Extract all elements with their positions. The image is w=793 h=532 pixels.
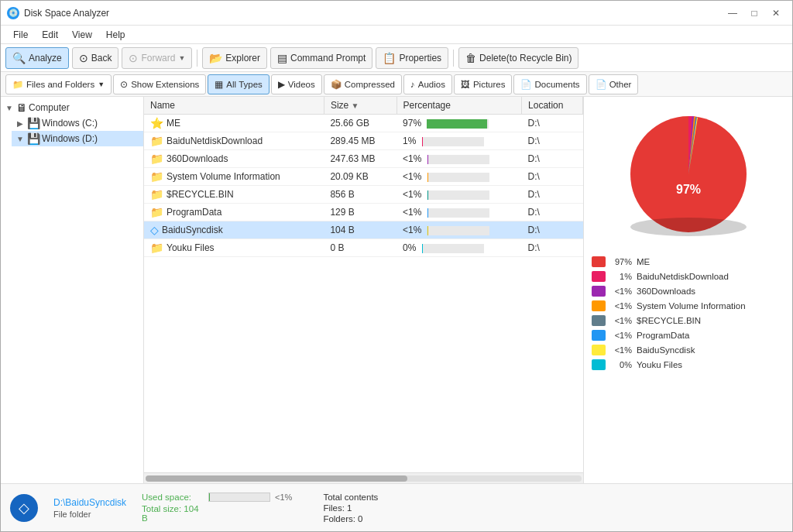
menu-view[interactable]: View: [66, 28, 98, 42]
pct-label: 97%: [403, 118, 421, 129]
tree-item-windows-c[interactable]: ▶ 💾 Windows (C:): [12, 115, 143, 131]
tab-videos[interactable]: ▶ Videos: [271, 74, 322, 94]
col-percentage[interactable]: Percentage: [396, 97, 522, 115]
app-window: 💿 Disk Space Analyzer — □ ✕ File Edit Vi…: [0, 0, 793, 532]
cell-location: D:\: [522, 186, 583, 204]
horizontal-scrollbar[interactable]: [144, 472, 583, 483]
legend-item: 97% ME: [592, 256, 784, 267]
delete-button[interactable]: 🗑 Delete(to Recycle Bin): [458, 47, 578, 69]
legend-pct: <1%: [610, 331, 632, 340]
tab-pictures[interactable]: 🖼 Pictures: [454, 74, 513, 94]
size-bar-container: [427, 119, 489, 129]
tree-item-computer[interactable]: ▼ 🖥 Computer: [1, 100, 143, 115]
file-icon: 📁: [150, 153, 163, 165]
size-bar-container: [427, 155, 489, 164]
status-usage: Used space: <1% Total size: 104 B: [142, 493, 292, 523]
back-button[interactable]: ⊙ Back: [72, 47, 119, 69]
cell-pct: <1%: [396, 204, 522, 221]
table-row[interactable]: 📁 System Volume Information 20.09 KB <1%…: [144, 168, 583, 186]
size-bar: [427, 155, 428, 164]
legend-pct: <1%: [610, 301, 632, 311]
cell-pct: <1%: [396, 150, 522, 168]
cell-size: 0 B: [324, 239, 396, 257]
cell-location: D:\: [522, 239, 583, 257]
table-row[interactable]: 📁 BaiduNetdiskDownload 289.45 MB 1% D:\: [144, 132, 583, 150]
pct-label: <1%: [403, 171, 421, 182]
forward-button[interactable]: ⊙ Forward ▼: [122, 47, 192, 69]
delete-icon: 🗑: [465, 52, 476, 64]
scroll-thumb: [146, 475, 407, 482]
status-bar: ◇ D:\BaiduSyncdisk File folder Used spac…: [1, 483, 792, 531]
legend-color-swatch: [592, 256, 606, 267]
legend: 97% ME 1% BaiduNetdiskDownload <1% 360Do…: [592, 256, 784, 374]
videos-label: Videos: [288, 80, 315, 89]
total-contents-label: Total contents: [323, 493, 378, 502]
legend-label: BaiduSyncdisk: [637, 345, 695, 355]
show-extensions-label: Show Extensions: [131, 80, 199, 89]
col-size[interactable]: Size ▼: [324, 97, 396, 115]
tab-show-extensions[interactable]: ⊙ Show Extensions: [113, 74, 206, 94]
table-row[interactable]: 📁 ProgramData 129 B <1% D:\: [144, 204, 583, 221]
size-bar-container: [422, 137, 484, 146]
tab-all-types[interactable]: ▦ All Types: [208, 74, 269, 94]
legend-item: <1% ProgramData: [592, 330, 784, 341]
forward-label: Forward: [141, 53, 175, 63]
explorer-button[interactable]: 📂 Explorer: [202, 47, 267, 69]
legend-color-swatch: [592, 330, 606, 341]
file-icon: 📁: [150, 206, 163, 218]
forward-arrow-icon: ▼: [178, 54, 185, 62]
size-bar-container: [427, 208, 489, 218]
drive-d-icon: 💾: [27, 132, 40, 145]
documents-icon: 📄: [520, 79, 531, 90]
table-row[interactable]: ⭐ ME 25.66 GB 97% D:\: [144, 115, 583, 132]
menu-file[interactable]: File: [7, 28, 34, 42]
table-row[interactable]: ◇ BaiduSyncdisk 104 B <1% D:\: [144, 221, 583, 239]
tab-files-folders[interactable]: 📁 Files and Folders ▼: [5, 74, 112, 94]
legend-color-swatch: [592, 286, 606, 297]
cell-location: D:\: [522, 168, 583, 186]
menu-help[interactable]: Help: [100, 28, 132, 42]
show-extensions-icon: ⊙: [120, 79, 128, 90]
cell-pct: <1%: [396, 168, 522, 186]
files-folders-label: Files and Folders: [26, 80, 94, 89]
size-bar-container: [427, 190, 489, 200]
tab-audios[interactable]: ♪ Audios: [403, 74, 452, 94]
col-name[interactable]: Name: [144, 97, 324, 115]
forward-icon: ⊙: [129, 52, 138, 64]
expand-c-icon: ▶: [15, 118, 26, 129]
computer-label: Computer: [29, 102, 70, 113]
menu-edit[interactable]: Edit: [36, 28, 64, 42]
cell-location: D:\: [522, 115, 583, 132]
legend-pct: 97%: [610, 257, 632, 266]
drive-c-icon: 💾: [27, 117, 40, 129]
table-row[interactable]: 📁 $RECYCLE.BIN 856 B <1% D:\: [144, 186, 583, 204]
file-icon: ⭐: [150, 117, 163, 129]
legend-color-swatch: [592, 271, 606, 282]
size-bar-container: [427, 226, 489, 235]
legend-item: <1% $RECYCLE.BIN: [592, 315, 784, 326]
analyze-button[interactable]: 🔍 Analyze: [5, 47, 69, 69]
col-location[interactable]: Location: [522, 97, 583, 115]
tab-compressed[interactable]: 📦 Compressed: [324, 74, 402, 94]
tree-item-windows-d[interactable]: ▼ 💾 Windows (D:): [12, 131, 143, 146]
legend-item: <1% BaiduSyncdisk: [592, 345, 784, 355]
cell-name: ◇ BaiduSyncdisk: [144, 221, 324, 239]
table-header-row: Name Size ▼ Percentage Location: [144, 97, 583, 115]
tab-documents[interactable]: 📄 Documents: [513, 74, 586, 94]
command-prompt-button[interactable]: ▤ Command Prompt: [270, 47, 372, 69]
properties-button[interactable]: 📋 Properties: [376, 47, 448, 69]
explorer-icon: 📂: [209, 52, 222, 64]
table-row[interactable]: 📁 360Downloads 247.63 MB <1% D:\: [144, 150, 583, 168]
files-folders-arrow-icon: ▼: [98, 81, 105, 88]
minimize-button[interactable]: —: [723, 5, 743, 22]
file-name: Youku Files: [166, 242, 215, 253]
compressed-label: Compressed: [345, 80, 395, 89]
file-table[interactable]: Name Size ▼ Percentage Location ⭐ ME 25.…: [144, 97, 583, 472]
tab-other[interactable]: 📄 Other: [589, 74, 639, 94]
total-size-row: Total size: 104 B: [142, 504, 292, 523]
window-title: Disk Space Analyzer: [24, 8, 718, 19]
maximize-button[interactable]: □: [744, 5, 764, 22]
table-row[interactable]: 📁 Youku Files 0 B 0% D:\: [144, 239, 583, 257]
close-button[interactable]: ✕: [766, 5, 786, 22]
size-bar: [422, 137, 423, 146]
